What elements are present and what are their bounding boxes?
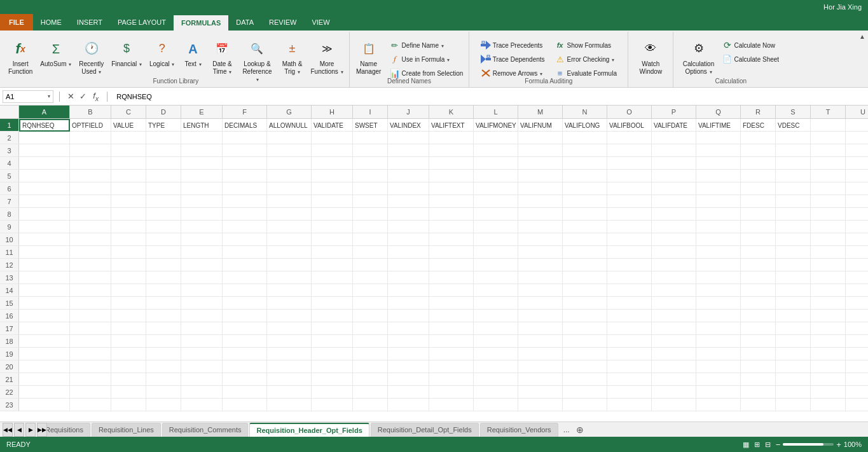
cell-H17[interactable]	[312, 322, 353, 335]
cell-Q6[interactable]	[696, 182, 741, 195]
cell-A6[interactable]	[19, 182, 70, 195]
cell-B16[interactable]	[70, 310, 111, 322]
cell-L1[interactable]: VALIFMONEY	[474, 119, 518, 132]
cell-F17[interactable]	[223, 322, 267, 335]
cell-I10[interactable]	[353, 233, 388, 246]
cell-I19[interactable]	[353, 348, 388, 360]
cell-E5[interactable]	[181, 170, 223, 182]
cell-I18[interactable]	[353, 335, 388, 348]
cell-O6[interactable]	[607, 182, 652, 195]
cell-U6[interactable]	[846, 182, 868, 195]
cell-K6[interactable]	[429, 182, 474, 195]
cell-B1[interactable]: OPTFIELD	[70, 119, 111, 132]
cell-G14[interactable]	[267, 284, 312, 297]
insert-function-button[interactable]: fx InsertFunction	[5, 36, 36, 79]
cell-R1[interactable]: FDESC	[741, 119, 776, 132]
cell-N5[interactable]	[563, 170, 607, 182]
cell-P19[interactable]	[652, 348, 696, 360]
cell-N11[interactable]	[563, 246, 607, 259]
cell-L15[interactable]	[474, 297, 518, 310]
cell-L17[interactable]	[474, 322, 518, 335]
cell-A15[interactable]	[19, 297, 70, 310]
cell-N1[interactable]: VALIFLONG	[563, 119, 607, 132]
cell-R12[interactable]	[741, 259, 776, 271]
zoom-slider[interactable]	[783, 443, 834, 446]
cell-O5[interactable]	[607, 170, 652, 182]
cell-Q17[interactable]	[696, 322, 741, 335]
cell-C11[interactable]	[111, 246, 146, 259]
calculate-now-button[interactable]: ⟳ Calculate Now	[719, 38, 783, 52]
cell-P21[interactable]	[652, 373, 696, 386]
tab-file[interactable]: FILE	[0, 14, 33, 31]
cell-A18[interactable]	[19, 335, 70, 348]
cell-G2[interactable]	[267, 132, 312, 144]
zoom-out-button[interactable]: −	[776, 440, 781, 449]
cell-G18[interactable]	[267, 335, 312, 348]
cell-U21[interactable]	[846, 373, 868, 386]
text-button[interactable]: A Text ▾	[179, 36, 207, 71]
tab-review[interactable]: REVIEW	[261, 14, 304, 31]
cell-O13[interactable]	[607, 271, 652, 284]
cell-D17[interactable]	[146, 322, 181, 335]
cell-A10[interactable]	[19, 233, 70, 246]
cell-C1[interactable]: VALUE	[111, 119, 146, 132]
cell-T2[interactable]	[811, 132, 846, 144]
cell-K2[interactable]	[429, 132, 474, 144]
cell-D1[interactable]: TYPE	[146, 119, 181, 132]
cell-K5[interactable]	[429, 170, 474, 182]
cell-O3[interactable]	[607, 144, 652, 157]
cell-D19[interactable]	[146, 348, 181, 360]
cell-R6[interactable]	[741, 182, 776, 195]
cell-C23[interactable]	[111, 399, 146, 411]
cell-T5[interactable]	[811, 170, 846, 182]
cell-A14[interactable]	[19, 284, 70, 297]
cell-B13[interactable]	[70, 271, 111, 284]
cell-G22[interactable]	[267, 386, 312, 399]
cell-L19[interactable]	[474, 348, 518, 360]
cell-S20[interactable]	[776, 360, 811, 373]
cell-B22[interactable]	[70, 386, 111, 399]
cell-C3[interactable]	[111, 144, 146, 157]
cell-I16[interactable]	[353, 310, 388, 322]
cell-K11[interactable]	[429, 246, 474, 259]
col-header-J[interactable]: J	[388, 106, 429, 118]
cell-P22[interactable]	[652, 386, 696, 399]
cell-C19[interactable]	[111, 348, 146, 360]
row-number-9[interactable]: 9	[0, 221, 19, 233]
cell-L4[interactable]	[474, 157, 518, 170]
col-header-I[interactable]: I	[353, 106, 388, 118]
tab-data[interactable]: DATA	[228, 14, 261, 31]
cell-N22[interactable]	[563, 386, 607, 399]
cell-N14[interactable]	[563, 284, 607, 297]
cell-D18[interactable]	[146, 335, 181, 348]
cell-J16[interactable]	[388, 310, 429, 322]
col-header-N[interactable]: N	[563, 106, 607, 118]
cell-B14[interactable]	[70, 284, 111, 297]
cell-L8[interactable]	[474, 208, 518, 221]
cell-T12[interactable]	[811, 259, 846, 271]
cell-K20[interactable]	[429, 360, 474, 373]
error-checking-button[interactable]: ⚠ Error Checking ▾	[552, 52, 620, 66]
col-header-O[interactable]: O	[607, 106, 652, 118]
cell-G13[interactable]	[267, 271, 312, 284]
cell-P12[interactable]	[652, 259, 696, 271]
cell-D9[interactable]	[146, 221, 181, 233]
cell-N4[interactable]	[563, 157, 607, 170]
row-number-13[interactable]: 13	[0, 271, 19, 284]
cell-P14[interactable]	[652, 284, 696, 297]
cell-T15[interactable]	[811, 297, 846, 310]
cell-M11[interactable]	[518, 246, 563, 259]
use-in-formula-button[interactable]: 𝑓 Use in Formula ▾	[387, 52, 467, 66]
date-time-button[interactable]: 📅 Date &Time ▾	[208, 36, 236, 79]
cell-A2[interactable]	[19, 132, 70, 144]
cell-M8[interactable]	[518, 208, 563, 221]
cell-O1[interactable]: VALIFBOOL	[607, 119, 652, 132]
cell-H7[interactable]	[312, 195, 353, 208]
cell-J7[interactable]	[388, 195, 429, 208]
cell-J1[interactable]: VALINDEX	[388, 119, 429, 132]
cell-P11[interactable]	[652, 246, 696, 259]
cell-B4[interactable]	[70, 157, 111, 170]
cell-O21[interactable]	[607, 373, 652, 386]
cell-U10[interactable]	[846, 233, 868, 246]
cell-E7[interactable]	[181, 195, 223, 208]
